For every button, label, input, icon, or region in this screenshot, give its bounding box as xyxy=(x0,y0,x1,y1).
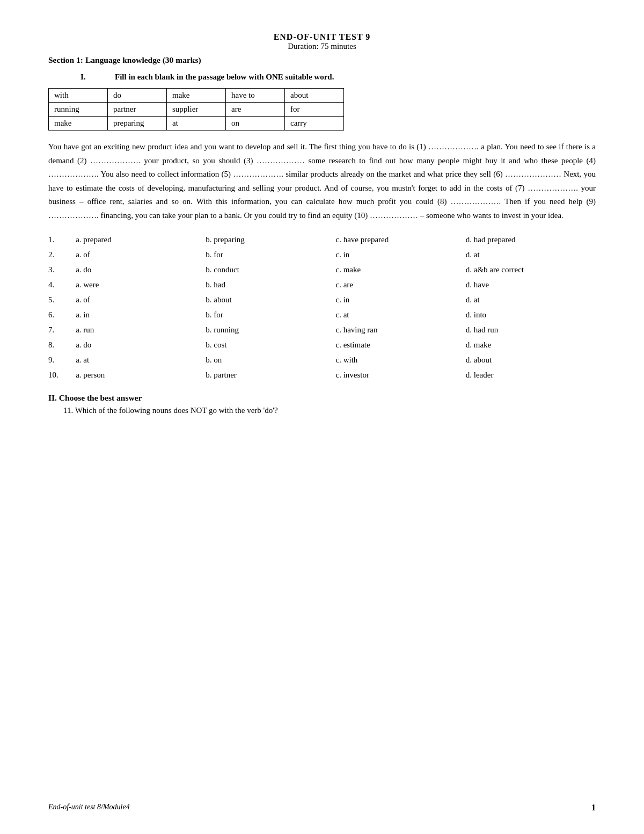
passage-text: You have got an exciting new product ide… xyxy=(48,140,596,222)
question-11: 11. Which of the following nouns does NO… xyxy=(63,406,596,415)
answer-num: 9. xyxy=(48,352,76,367)
answer-option-b: b. for xyxy=(206,247,335,262)
word-box-cell: running xyxy=(49,103,108,117)
word-box-cell: supplier xyxy=(167,103,226,117)
answer-row: 10.a. personb. partnerc. investord. lead… xyxy=(48,367,596,382)
answer-option-d: d. had run xyxy=(466,322,596,337)
answer-option-b: b. running xyxy=(206,322,335,337)
answer-option-b: b. about xyxy=(206,292,335,307)
footer-left: End-of-unit test 8/Module4 xyxy=(48,803,130,813)
answer-option-c: c. having ran xyxy=(336,322,466,337)
answer-option-c: c. have prepared xyxy=(336,232,466,247)
answer-option-c: c. make xyxy=(336,262,466,277)
word-box-cell: make xyxy=(167,89,226,103)
section-ii-title: II. Choose the best answer xyxy=(48,393,596,403)
answer-option-b: b. partner xyxy=(206,367,335,382)
word-box-cell: have to xyxy=(226,89,285,103)
word-box-cell: at xyxy=(167,117,226,130)
answer-option-d: d. at xyxy=(466,292,596,307)
answer-row: 8.a. dob. costc. estimated. make xyxy=(48,337,596,352)
answer-option-c: c. are xyxy=(336,277,466,292)
page-header: END-OF-UNIT TEST 9 Duration: 75 minutes xyxy=(48,32,596,51)
answer-row: 2.a. ofb. forc. ind. at xyxy=(48,247,596,262)
answer-row: 3.a. dob. conductc. maked. a&b are corre… xyxy=(48,262,596,277)
answer-option-a: a. run xyxy=(76,322,206,337)
word-box-cell: for xyxy=(285,103,344,117)
answer-option-c: c. in xyxy=(336,292,466,307)
answer-option-c: c. in xyxy=(336,247,466,262)
answer-option-d: d. about xyxy=(466,352,596,367)
answer-option-d: d. a&b are correct xyxy=(466,262,596,277)
answer-num: 7. xyxy=(48,322,76,337)
answer-num: 5. xyxy=(48,292,76,307)
answer-row: 9.a. atb. onc. withd. about xyxy=(48,352,596,367)
answer-row: 7.a. runb. runningc. having rand. had ru… xyxy=(48,322,596,337)
answer-row: 5.a. ofb. aboutc. ind. at xyxy=(48,292,596,307)
answer-option-b: b. preparing xyxy=(206,232,335,247)
answer-num: 4. xyxy=(48,277,76,292)
answer-row: 1.a. preparedb. preparingc. have prepare… xyxy=(48,232,596,247)
answer-option-a: a. were xyxy=(76,277,206,292)
answer-num: 6. xyxy=(48,307,76,322)
answer-option-d: d. had prepared xyxy=(466,232,596,247)
page: END-OF-UNIT TEST 9 Duration: 75 minutes … xyxy=(0,0,644,834)
answer-option-c: c. with xyxy=(336,352,466,367)
answer-option-b: b. on xyxy=(206,352,335,367)
answer-option-a: a. of xyxy=(76,247,206,262)
word-box-cell: with xyxy=(49,89,108,103)
footer-right: 1 xyxy=(591,803,596,813)
word-box-cell: on xyxy=(226,117,285,130)
answer-option-a: a. of xyxy=(76,292,206,307)
answer-option-b: b. for xyxy=(206,307,335,322)
word-box-cell: about xyxy=(285,89,344,103)
answer-num: 1. xyxy=(48,232,76,247)
word-box-cell: carry xyxy=(285,117,344,130)
page-title: END-OF-UNIT TEST 9 xyxy=(48,32,596,42)
question-i-title: I. Fill in each blank in the passage bel… xyxy=(80,72,596,82)
question-i-text: Fill in each blank in the passage below … xyxy=(115,72,334,82)
word-box-cell: are xyxy=(226,103,285,117)
answer-num: 2. xyxy=(48,247,76,262)
word-box-table: withdomakehave toaboutrunningpartnersupp… xyxy=(48,88,344,130)
answer-option-a: a. prepared xyxy=(76,232,206,247)
question-i-number: I. xyxy=(80,72,102,82)
answer-option-b: b. conduct xyxy=(206,262,335,277)
answer-option-a: a. do xyxy=(76,337,206,352)
answer-option-d: d. make xyxy=(466,337,596,352)
answer-option-a: a. do xyxy=(76,262,206,277)
answer-option-b: b. cost xyxy=(206,337,335,352)
answer-option-a: a. in xyxy=(76,307,206,322)
answer-option-d: d. into xyxy=(466,307,596,322)
answer-option-a: a. person xyxy=(76,367,206,382)
page-duration: Duration: 75 minutes xyxy=(48,42,596,51)
answer-option-c: c. at xyxy=(336,307,466,322)
word-box-cell: do xyxy=(108,89,167,103)
answer-option-d: d. at xyxy=(466,247,596,262)
answers-table: 1.a. preparedb. preparingc. have prepare… xyxy=(48,232,596,382)
answer-option-b: b. had xyxy=(206,277,335,292)
answer-row: 6.a. inb. forc. atd. into xyxy=(48,307,596,322)
word-box-cell: make xyxy=(49,117,108,130)
answer-option-c: c. investor xyxy=(336,367,466,382)
answer-option-d: d. leader xyxy=(466,367,596,382)
word-box-cell: preparing xyxy=(108,117,167,130)
answer-num: 3. xyxy=(48,262,76,277)
page-footer: End-of-unit test 8/Module4 1 xyxy=(48,803,596,813)
answer-option-d: d. have xyxy=(466,277,596,292)
answer-num: 10. xyxy=(48,367,76,382)
answer-num: 8. xyxy=(48,337,76,352)
answer-option-c: c. estimate xyxy=(336,337,466,352)
section1-label: Section 1: Language knowledge (30 marks) xyxy=(48,55,596,65)
answer-row: 4.a. wereb. hadc. ared. have xyxy=(48,277,596,292)
word-box-cell: partner xyxy=(108,103,167,117)
answer-option-a: a. at xyxy=(76,352,206,367)
